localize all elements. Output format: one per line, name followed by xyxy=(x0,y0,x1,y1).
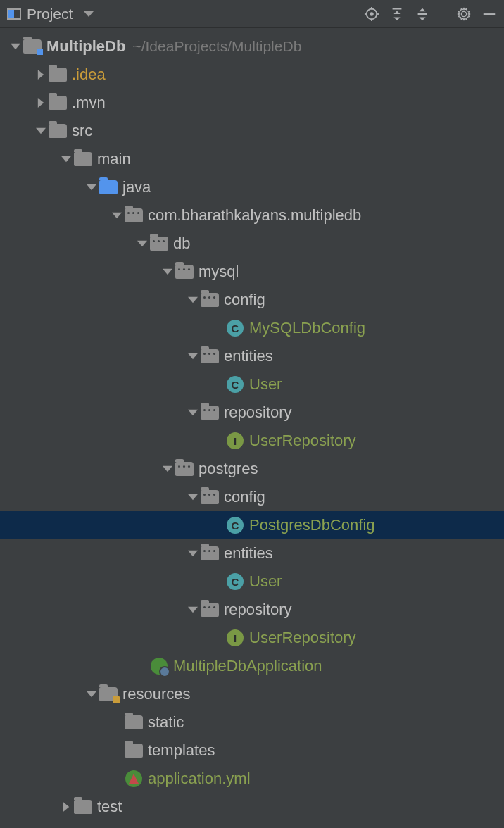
folder-icon xyxy=(73,152,93,166)
tree-node-java[interactable]: java xyxy=(0,173,504,201)
tree-node-test[interactable]: test xyxy=(0,793,504,821)
tree-node-application-class[interactable]: MultipleDbApplication xyxy=(0,652,504,680)
node-label: .idea xyxy=(72,65,106,84)
chevron-right-icon[interactable] xyxy=(34,96,48,110)
tree-node-resources[interactable]: resources xyxy=(0,680,504,708)
tree-node-db[interactable]: db xyxy=(0,230,504,258)
chevron-right-icon[interactable] xyxy=(34,68,48,82)
tree-node-postgres-entities[interactable]: entities xyxy=(0,539,504,567)
node-label: test xyxy=(97,798,122,816)
node-label: entities xyxy=(224,347,273,365)
tree-node-application-yml[interactable]: application.yml xyxy=(0,765,504,793)
tree-node-mysql-user[interactable]: C User xyxy=(0,370,504,399)
tree-node-mysql-repo[interactable]: repository xyxy=(0,399,504,427)
project-tool-icon xyxy=(7,8,21,20)
package-icon xyxy=(200,293,220,307)
chevron-down-icon[interactable] xyxy=(34,124,48,138)
yaml-spring-icon xyxy=(124,770,144,787)
class-icon: C xyxy=(225,376,245,393)
node-label: main xyxy=(97,150,131,168)
node-label: com.bharathkalyans.multipledb xyxy=(148,206,361,225)
chevron-down-icon[interactable] xyxy=(186,490,200,504)
tree-node-mysqldbconfig[interactable]: C MySQLDbConfig xyxy=(0,314,504,342)
chevron-down-icon[interactable] xyxy=(84,180,99,194)
node-label: mysql xyxy=(199,263,239,281)
tree-node-mysql[interactable]: mysql xyxy=(0,258,504,286)
chevron-down-icon[interactable] xyxy=(186,349,200,363)
tree-node-postgresdbconfig[interactable]: C PostgresDbConfig xyxy=(0,511,504,539)
tree-node-postgres-userrepo[interactable]: I UserRepository xyxy=(0,624,504,652)
arrow-spacer xyxy=(211,518,225,532)
node-label: java xyxy=(122,178,151,196)
node-label: PostgresDbConfig xyxy=(249,516,375,534)
project-tree: MultipleDb ~/IdeaProjects/MultipleDb .id… xyxy=(0,28,504,821)
dropdown-arrow-icon[interactable] xyxy=(84,11,94,17)
tree-node-static[interactable]: static xyxy=(0,708,504,736)
chevron-down-icon[interactable] xyxy=(186,293,200,307)
chevron-down-icon[interactable] xyxy=(186,603,200,617)
tree-node-mysql-config[interactable]: config xyxy=(0,286,504,314)
chevron-down-icon[interactable] xyxy=(186,546,200,560)
node-label: resources xyxy=(122,685,191,703)
module-folder-icon xyxy=(23,39,42,54)
interface-icon: I xyxy=(225,432,245,449)
tree-node-package[interactable]: com.bharathkalyans.multipledb xyxy=(0,201,504,230)
folder-icon xyxy=(48,96,68,110)
toolbar: Project xyxy=(0,0,504,28)
package-icon xyxy=(200,603,220,617)
node-path: ~/IdeaProjects/MultipleDb xyxy=(132,38,301,55)
chevron-down-icon[interactable] xyxy=(59,152,73,166)
node-label: UserRepository xyxy=(249,432,356,450)
chevron-down-icon[interactable] xyxy=(110,208,124,222)
spring-boot-icon xyxy=(149,658,169,675)
tree-node-src[interactable]: src xyxy=(0,117,504,145)
tree-node-idea[interactable]: .idea xyxy=(0,61,504,89)
arrow-spacer xyxy=(135,659,149,673)
arrow-spacer xyxy=(211,434,225,448)
tree-node-main[interactable]: main xyxy=(0,145,504,173)
node-label: static xyxy=(148,713,184,732)
expand-all-icon[interactable] xyxy=(389,6,405,22)
node-label: config xyxy=(224,488,265,506)
gear-icon[interactable] xyxy=(456,6,472,22)
tree-node-mysql-entities[interactable]: entities xyxy=(0,342,504,370)
tree-node-postgres-config[interactable]: config xyxy=(0,483,504,511)
toolbar-title[interactable]: Project xyxy=(27,6,73,23)
node-label: User xyxy=(249,572,282,591)
chevron-right-icon[interactable] xyxy=(59,800,73,814)
tree-node-postgres[interactable]: postgres xyxy=(0,455,504,483)
collapse-all-icon[interactable] xyxy=(415,6,430,22)
chevron-down-icon[interactable] xyxy=(160,462,175,476)
arrow-spacer xyxy=(211,377,225,391)
package-icon xyxy=(124,208,144,222)
target-icon[interactable] xyxy=(364,6,379,22)
class-icon: C xyxy=(225,320,245,337)
node-label: templates xyxy=(148,741,215,760)
node-label: postgres xyxy=(199,460,258,478)
node-label: MySQLDbConfig xyxy=(249,319,365,337)
node-label: repository xyxy=(224,403,292,422)
node-label: .mvn xyxy=(72,94,106,112)
package-icon xyxy=(175,265,194,279)
chevron-down-icon[interactable] xyxy=(135,237,149,251)
toolbar-divider xyxy=(443,4,443,24)
tree-node-root[interactable]: MultipleDb ~/IdeaProjects/MultipleDb xyxy=(0,32,504,61)
tree-node-postgres-user[interactable]: C User xyxy=(0,567,504,596)
arrow-spacer xyxy=(110,772,124,786)
package-icon xyxy=(200,546,220,560)
chevron-down-icon[interactable] xyxy=(186,406,200,420)
tree-node-mvn[interactable]: .mvn xyxy=(0,89,504,117)
chevron-down-icon[interactable] xyxy=(84,687,99,701)
tree-node-mysql-userrepo[interactable]: I UserRepository xyxy=(0,427,504,455)
arrow-spacer xyxy=(110,715,124,729)
minimize-icon[interactable] xyxy=(481,6,497,22)
node-label: MultipleDbApplication xyxy=(173,657,322,675)
tree-node-postgres-repo[interactable]: repository xyxy=(0,596,504,624)
interface-icon: I xyxy=(225,629,245,646)
chevron-down-icon[interactable] xyxy=(160,265,175,279)
arrow-spacer xyxy=(211,631,225,645)
tree-node-templates[interactable]: templates xyxy=(0,736,504,765)
chevron-down-icon[interactable] xyxy=(8,39,23,54)
package-icon xyxy=(200,349,220,363)
node-label: UserRepository xyxy=(249,629,356,647)
